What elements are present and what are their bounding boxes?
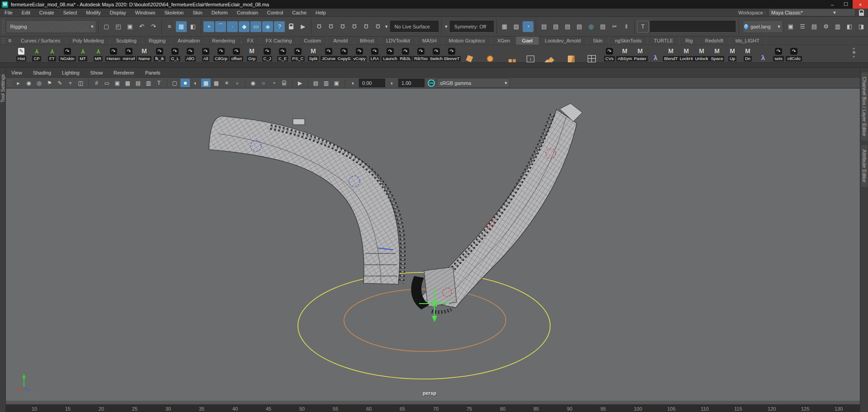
undo-icon[interactable]: ↶ xyxy=(136,21,147,32)
make-live-icon[interactable]: ◈ xyxy=(262,21,273,32)
shelf-tab[interactable]: tds_LIGHT xyxy=(730,37,766,45)
shelf-button[interactable]: JCurve xyxy=(321,45,336,62)
shelf-button[interactable]: BlendT xyxy=(663,45,679,62)
cut-icon[interactable]: ✂ xyxy=(609,21,620,32)
shelf-tab[interactable]: Rig xyxy=(679,37,699,45)
menu-item[interactable]: Skeleton xyxy=(160,10,188,15)
shelf-button[interactable]: ctlColo xyxy=(786,45,802,62)
toggle-left-sidebar-icon[interactable]: ◧ xyxy=(844,21,855,32)
tool-settings-icon[interactable]: ⚙ xyxy=(821,21,831,32)
shelf-button[interactable] xyxy=(755,45,771,62)
bookmark-icon[interactable]: ⚑ xyxy=(45,79,54,87)
frame-icon-2[interactable]: ▤ xyxy=(550,21,561,32)
shelf-tab[interactable]: Skin xyxy=(587,37,609,45)
select-by-object-icon[interactable]: ▦ xyxy=(176,21,187,32)
shelf-tab[interactable]: Lookdev_Arnold xyxy=(539,37,587,45)
shelf-tab[interactable]: Arnold xyxy=(327,37,354,45)
render-current-frame-icon[interactable]: ▦ xyxy=(499,21,510,32)
drag-grip[interactable] xyxy=(1,19,5,34)
shelf-menu-icon[interactable]: ≡ xyxy=(8,37,11,44)
exposure-field[interactable]: 0.00 xyxy=(359,79,385,87)
shelf-button[interactable] xyxy=(581,45,602,62)
drag-grip[interactable] xyxy=(1,37,6,44)
attribute-editor-icon[interactable]: ▤ xyxy=(809,21,820,32)
pan-zoom-icon[interactable]: + xyxy=(66,79,75,87)
safe-action-icon[interactable]: ▥ xyxy=(144,79,153,87)
loop-icon[interactable]: ◎ xyxy=(585,21,596,32)
grid-icon[interactable]: # xyxy=(92,79,101,87)
shelf-button[interactable]: offset xyxy=(229,45,244,62)
menu-item[interactable]: Modify xyxy=(81,10,105,15)
frame-icon-3[interactable]: ▤ xyxy=(562,21,573,32)
clip-icon[interactable]: ▤ xyxy=(597,21,608,32)
shelf-tab[interactable]: MASH xyxy=(416,37,443,45)
shelf-tab[interactable]: Custom xyxy=(298,37,327,45)
underlay-layer-icon[interactable]: ▥ xyxy=(321,79,331,87)
attribute-editor-tab[interactable]: Attribute Editor xyxy=(861,145,868,187)
shelf-button[interactable]: LRA xyxy=(367,45,382,62)
chevron-down-icon[interactable]: ▼ xyxy=(443,24,449,29)
time-slider[interactable]: 1015202530354045505560657075808590951001… xyxy=(6,404,860,412)
close-button[interactable]: × xyxy=(853,0,868,9)
language-dropdown[interactable]: gael.lang ▼ xyxy=(743,20,783,33)
shelf-tab[interactable]: Redshift xyxy=(699,37,729,45)
isolate-select-icon[interactable]: ▶ xyxy=(295,79,305,87)
shelf-button[interactable]: AllO xyxy=(183,45,198,62)
gamma-icon[interactable]: ◗ xyxy=(387,79,396,87)
toggle-right-sidebar-icon[interactable]: ◨ xyxy=(856,21,867,32)
shelf-button[interactable]: LockHi xyxy=(679,45,694,62)
frame-icon-1[interactable]: ▤ xyxy=(538,21,549,32)
shelf-tab[interactable]: XGen xyxy=(491,37,516,45)
panel-menu-item[interactable]: View xyxy=(6,70,28,75)
grease-pencil-icon[interactable]: ✎ xyxy=(55,79,65,87)
menu-item[interactable]: Constrain xyxy=(232,10,263,15)
shelf-tab[interactable]: Gael xyxy=(516,37,539,45)
scroll-down-icon[interactable]: ▼ xyxy=(852,55,855,59)
shelf-button[interactable]: C_J xyxy=(259,45,275,62)
xray-icon[interactable]: ▩ xyxy=(212,79,221,87)
snap-mode-icon[interactable]: ? xyxy=(274,21,285,32)
menu-item[interactable]: Help xyxy=(311,10,330,15)
text-input-toggle-icon[interactable]: T xyxy=(637,21,649,33)
snap-to-grids-icon[interactable]: + xyxy=(203,21,214,32)
maximize-button[interactable]: ☐ xyxy=(839,0,853,9)
shelf-button[interactable] xyxy=(500,45,520,62)
menu-item[interactable]: Create xyxy=(35,10,59,15)
shelf-tab[interactable]: ngSkinTools xyxy=(609,37,648,45)
selection-pointer-icon[interactable]: ▶ xyxy=(297,21,308,32)
scroll-dot-icon[interactable] xyxy=(853,51,855,54)
wireframe-icon[interactable]: ▢ xyxy=(170,79,179,87)
chevron-down-icon[interactable]: ▼ xyxy=(384,24,389,29)
render-settings-icon[interactable]: ◔ xyxy=(523,21,533,32)
cache-icon[interactable]: Ω xyxy=(361,21,372,32)
menu-item[interactable]: Windows xyxy=(131,10,160,15)
menu-item[interactable]: Cache xyxy=(288,10,311,15)
panel-menu-item[interactable]: Lighting xyxy=(57,70,85,75)
shelf-button[interactable]: Hierarc xyxy=(106,45,121,62)
menu-item[interactable]: Display xyxy=(105,10,131,15)
workspace-dropdown[interactable]: Maya Classic* ▼ xyxy=(769,9,855,16)
image-plane-icon[interactable]: ▣ xyxy=(332,79,341,87)
motion-blur-icon[interactable]: ◔ xyxy=(269,79,278,87)
shelf-button[interactable]: ABSym xyxy=(617,45,632,62)
menu-item[interactable]: Deform xyxy=(207,10,232,15)
overlay-layer-icon[interactable]: ▤ xyxy=(311,79,321,87)
shelf-button[interactable]: Hist xyxy=(14,45,29,62)
shelf-tab[interactable]: TURTLE xyxy=(648,37,679,45)
redo-icon[interactable]: ↷ xyxy=(148,21,159,32)
shelf-button[interactable]: RibToo xyxy=(413,45,429,62)
shelf-button[interactable]: Unlock xyxy=(694,45,709,62)
shelf-button[interactable]: All xyxy=(198,45,213,62)
channel-box-tab[interactable]: Channel Box / Layer Editor xyxy=(861,72,868,140)
snap-to-points-icon[interactable]: · xyxy=(227,21,238,32)
humanik-icon[interactable]: ☰ xyxy=(797,21,808,32)
wireframe-on-shaded-icon[interactable]: ▦ xyxy=(201,79,211,87)
shelf-button[interactable]: Switch xyxy=(429,45,444,62)
shelf-button[interactable] xyxy=(648,45,663,62)
menu-item[interactable]: Skin xyxy=(188,10,207,15)
lock-icon[interactable] xyxy=(286,21,297,32)
menu-set-dropdown[interactable]: Rigging ▼ xyxy=(6,20,96,33)
open-scene-icon[interactable]: ◰ xyxy=(113,21,123,32)
shelf-button[interactable]: CP xyxy=(29,45,44,62)
select-by-component-icon[interactable]: ◧ xyxy=(188,21,198,32)
